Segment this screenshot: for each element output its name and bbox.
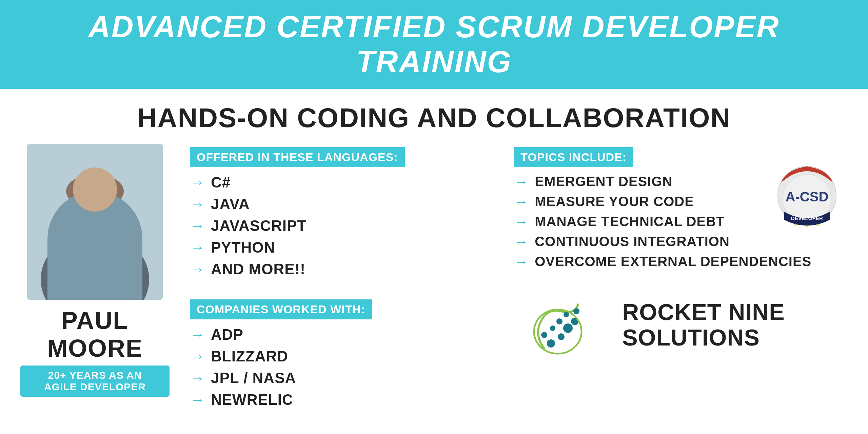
list-item: → JAVA xyxy=(190,196,493,213)
arrow-icon: → xyxy=(190,392,205,407)
header-title: ADVANCED CERTIFIED SCRUM DEVELOPER TRAIN… xyxy=(20,9,848,79)
list-item: → ADP xyxy=(190,326,493,343)
person-photo xyxy=(27,144,163,300)
language-item: PYTHON xyxy=(211,239,275,256)
company-item: JPL / NASA xyxy=(211,370,296,387)
arrow-icon: → xyxy=(190,262,205,277)
arrow-icon: → xyxy=(190,349,205,364)
language-item: JAVASCRIPT xyxy=(211,217,307,234)
svg-point-10 xyxy=(41,232,149,300)
topic-item: OVERCOME EXTERNAL DEPENDENCIES xyxy=(535,254,811,269)
svg-point-13 xyxy=(66,174,124,208)
left-column: PAUL MOORE 20+ YEARS AS AN AGILE DEVELOP… xyxy=(20,144,170,413)
svg-text:★: ★ xyxy=(794,222,798,228)
svg-point-26 xyxy=(534,310,581,354)
svg-rect-15 xyxy=(98,215,114,224)
person-name: PAUL MOORE xyxy=(20,307,170,362)
topic-item: MANAGE TECHNICAL DEBT xyxy=(535,214,725,229)
svg-text:★: ★ xyxy=(805,223,809,229)
arrow-icon: → xyxy=(190,218,205,233)
subheader-title: HANDS-ON CODING AND COLLABORATION xyxy=(0,102,868,134)
svg-point-11 xyxy=(68,235,122,269)
topics-label: TOPICS INCLUDE: xyxy=(514,147,633,167)
svg-point-19 xyxy=(563,323,573,333)
arrow-icon: → xyxy=(190,240,205,255)
companies-label: COMPANIES WORKED WITH: xyxy=(190,299,372,319)
svg-point-17 xyxy=(547,339,555,348)
arrow-icon: → xyxy=(514,254,529,269)
list-item: → JPL / NASA xyxy=(190,370,493,387)
list-item: → PYTHON xyxy=(190,239,493,256)
companies-section: COMPANIES WORKED WITH: → ADP → BLIZZARD … xyxy=(190,299,493,413)
arrow-icon: → xyxy=(190,197,205,212)
arrow-icon: → xyxy=(514,234,529,249)
rns-logo-section: ROCKET NINE SOLUTIONS xyxy=(514,288,848,362)
svg-text:DEVELOPER: DEVELOPER xyxy=(791,215,823,221)
svg-point-20 xyxy=(556,318,563,324)
svg-point-12 xyxy=(66,183,124,247)
arrow-icon: → xyxy=(190,371,205,386)
subheader: HANDS-ON CODING AND COLLABORATION xyxy=(0,89,868,144)
svg-point-21 xyxy=(550,326,555,331)
rns-name-line1: ROCKET NINE xyxy=(622,299,785,325)
list-item: → OVERCOME EXTERNAL DEPENDENCIES xyxy=(514,254,848,269)
acsd-badge: Scrum Alliance A-CSD DEVELOPER ★ ★ ★ xyxy=(773,157,841,233)
middle-column: OFFERED IN THESE LANGUAGES: → C# → JAVA … xyxy=(190,144,493,413)
person-tagline: 20+ YEARS AS AN AGILE DEVELOPER xyxy=(20,366,170,397)
list-item: → AND MORE!! xyxy=(190,261,493,278)
topic-item: MEASURE YOUR CODE xyxy=(535,194,694,209)
languages-list: → C# → JAVA → JAVASCRIPT → PYTHON xyxy=(190,174,493,278)
company-item: BLIZZARD xyxy=(211,348,288,365)
arrow-icon: → xyxy=(514,194,529,209)
topic-item: CONTINUOUS INTEGRATION xyxy=(535,234,730,249)
svg-point-25 xyxy=(541,332,547,338)
rns-logo-text: ROCKET NINE SOLUTIONS xyxy=(622,299,785,350)
svg-text:A-CSD: A-CSD xyxy=(785,189,828,204)
language-item: AND MORE!! xyxy=(211,261,305,278)
svg-rect-14 xyxy=(76,215,92,224)
rns-logo-graphic xyxy=(524,288,605,362)
language-item: JAVA xyxy=(211,196,250,213)
header-banner: ADVANCED CERTIFIED SCRUM DEVELOPER TRAIN… xyxy=(0,0,868,89)
list-item: → BLIZZARD xyxy=(190,348,493,365)
list-item: → C# xyxy=(190,174,493,191)
language-item: C# xyxy=(211,174,231,191)
languages-section: OFFERED IN THESE LANGUAGES: → C# → JAVA … xyxy=(190,147,493,282)
company-item: NEWRELIC xyxy=(211,391,293,408)
arrow-icon: → xyxy=(190,175,205,190)
companies-list: → ADP → BLIZZARD → JPL / NASA → NEWRELIC xyxy=(190,326,493,408)
arrow-icon: → xyxy=(514,214,529,229)
svg-point-24 xyxy=(564,312,569,317)
list-item: → CONTINUOUS INTEGRATION xyxy=(514,234,848,249)
svg-point-18 xyxy=(558,333,565,340)
topic-item: EMERGENT DESIGN xyxy=(535,174,672,189)
arrow-icon: → xyxy=(514,174,529,189)
list-item: → JAVASCRIPT xyxy=(190,217,493,234)
languages-label: OFFERED IN THESE LANGUAGES: xyxy=(190,147,405,167)
svg-point-23 xyxy=(573,308,579,314)
arrow-icon: → xyxy=(190,327,205,342)
svg-text:★: ★ xyxy=(816,222,820,228)
company-item: ADP xyxy=(211,326,243,343)
rns-name-line2: SOLUTIONS xyxy=(622,325,785,350)
list-item: → NEWRELIC xyxy=(190,391,493,408)
